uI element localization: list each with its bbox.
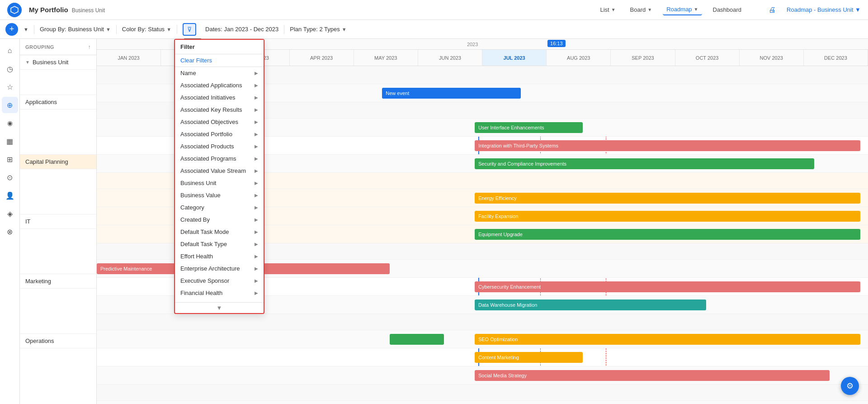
gantt-row-seo: SEO Optimization — [97, 330, 868, 348]
bar-security[interactable]: Security and Compliance Improvements — [475, 158, 814, 169]
top-nav: My Portfolio Business Unit List ▼ Board … — [0, 0, 868, 20]
color-by-dropdown-icon[interactable]: ▼ — [166, 27, 171, 32]
filter-arrow-icon: ▶ — [255, 107, 258, 112]
nav-dashboard-btn[interactable]: Dashboard — [709, 5, 745, 15]
month-dec: DEC 2023 — [804, 50, 868, 66]
plan-type-label: Plan Type: — [290, 26, 317, 33]
bar-integration[interactable]: Integration with Third-Party Systems — [475, 140, 860, 151]
sidebar-icon-objectives[interactable]: ◉ — [2, 115, 18, 131]
filter-item-associated-key-results[interactable]: Associated Key Results▶ — [175, 104, 264, 116]
plan-type-dropdown-icon[interactable]: ▼ — [342, 27, 347, 32]
timeline-year-label: 2023 — [467, 42, 478, 47]
group-item-it[interactable]: IT — [20, 214, 96, 229]
sidebar-icon-people[interactable]: 👤 — [2, 187, 18, 204]
filter-button[interactable]: ⊽ Filter — [183, 23, 196, 36]
filter-arrow-icon: ▶ — [255, 193, 258, 198]
filter-item-default-task-type[interactable]: Default Task Type▶ — [175, 238, 264, 250]
bar-seo-left[interactable] — [390, 334, 443, 345]
sidebar-icon-more[interactable]: ⊗ — [2, 223, 18, 240]
bar-energy[interactable]: Energy Efficiency — [475, 193, 860, 204]
bar-data-warehouse[interactable]: Data Warehouse Migration — [475, 299, 706, 310]
group-item-empty-4 — [20, 229, 96, 274]
filter-item-business-unit[interactable]: Business Unit▶ — [175, 177, 264, 189]
filter-items-list: Name▶ Associated Applications▶ Associate… — [175, 67, 264, 302]
sidebar-icon-home[interactable]: ⌂ — [2, 43, 18, 59]
nav-list-btn[interactable]: List ▼ — [596, 5, 619, 15]
group-item-operations[interactable]: Operations — [20, 334, 96, 348]
month-nov: NOV 2023 — [740, 50, 804, 66]
sidebar-icon-reports[interactable]: ◈ — [2, 205, 18, 222]
filter-item-associated-apps[interactable]: Associated Applications▶ — [175, 79, 264, 91]
gantt-row-operations-header — [97, 385, 868, 401]
business-unit-badge: Business Unit — [72, 7, 105, 14]
filter-clear-btn[interactable]: Clear Filters — [175, 54, 264, 67]
filter-item-name[interactable]: Name▶ — [175, 67, 264, 79]
filter-item-financial-health[interactable]: Financial Health▶ — [175, 287, 264, 299]
help-button[interactable]: ⚙ — [841, 377, 859, 395]
color-by-control: Color By: Status ▼ — [122, 26, 171, 33]
filter-item-associated-initiatives[interactable]: Associated Initiatives▶ — [175, 91, 264, 104]
filter-item-associated-programs[interactable]: Associated Programs▶ — [175, 152, 264, 165]
dates-value[interactable]: Jan 2023 - Dec 2023 — [224, 26, 279, 33]
filter-arrow-icon: ▶ — [255, 229, 258, 234]
filter-item-default-task-mode[interactable]: Default Task Mode▶ — [175, 226, 264, 238]
gantt-row-social: Social Media Strategy — [97, 366, 868, 385]
group-item-marketing[interactable]: Marketing — [20, 274, 96, 289]
nav-board-btn[interactable]: Board ▼ — [627, 5, 656, 15]
bar-content[interactable]: Content Marketing — [475, 352, 583, 363]
nav-roadmap-btn[interactable]: Roadmap ▼ — [663, 4, 702, 15]
sidebar-icon-recent[interactable]: ◷ — [2, 61, 18, 77]
sidebar-icon-favorites[interactable]: ☆ — [2, 79, 18, 95]
bar-new-event[interactable]: New event — [382, 88, 521, 99]
group-chevron-icon: ▼ — [25, 60, 30, 65]
svg-marker-0 — [11, 6, 18, 14]
sidebar-icon-new[interactable]: ⊕ — [2, 97, 18, 113]
filter-scroll-down-btn[interactable]: ▼ — [175, 302, 264, 313]
toolbar-divider-4 — [284, 25, 284, 34]
bar-facility[interactable]: Facility Expansion — [475, 211, 860, 222]
group-by-value[interactable]: Business Unit — [68, 26, 104, 33]
filter-item-effort-health[interactable]: Effort Health▶ — [175, 250, 264, 262]
help-icon: ⚙ — [846, 381, 854, 391]
roadmap-link[interactable]: Roadmap - Business Unit ▼ — [787, 6, 861, 13]
sidebar-icon-global[interactable]: ⊙ — [2, 169, 18, 185]
bar-equipment[interactable]: Equipment Upgrade — [475, 229, 860, 240]
bar-social[interactable]: Social Media Strategy — [475, 370, 830, 381]
portfolio-title[interactable]: My Portfolio — [29, 6, 68, 14]
add-button[interactable]: + — [5, 23, 18, 36]
group-item-capital-planning[interactable]: Capital Planning — [20, 155, 96, 169]
plan-type-value[interactable]: 2 Types — [320, 26, 340, 33]
group-by-dropdown-icon[interactable]: ▼ — [106, 27, 111, 32]
sidebar-icon-boards[interactable]: ▦ — [2, 133, 18, 149]
filter-arrow-icon: ▶ — [255, 119, 258, 124]
filter-item-funding-source[interactable]: Funding Source▶ — [175, 299, 264, 302]
filter-item-exec-sponsor[interactable]: Executive Sponsor▶ — [175, 275, 264, 287]
sidebar-icon-grid[interactable]: ⊞ — [2, 151, 18, 167]
print-icon[interactable]: 🖨 — [769, 6, 776, 14]
filter-arrow-icon: ▶ — [255, 95, 258, 100]
color-by-value[interactable]: Status — [148, 26, 165, 33]
filter-item-created-by[interactable]: Created By▶ — [175, 214, 264, 226]
group-item-business-unit[interactable]: ▼ Business Unit — [20, 55, 96, 70]
month-jan: JAN 2023 — [97, 50, 161, 66]
bar-user-interface[interactable]: User Interface Enhancements — [475, 122, 583, 133]
filter-arrow-icon: ▶ — [255, 144, 258, 149]
roadmap-chevron-icon: ▼ — [694, 7, 698, 12]
filter-item-category[interactable]: Category▶ — [175, 201, 264, 214]
filter-item-enterprise-arch[interactable]: Enterprise Architecture▶ — [175, 262, 264, 275]
sort-icon[interactable]: ↑ — [88, 44, 91, 50]
filter-item-associated-products[interactable]: Associated Products▶ — [175, 140, 264, 152]
filter-item-business-value[interactable]: Business Value▶ — [175, 189, 264, 201]
filter-item-associated-objectives[interactable]: Associated Objectives▶ — [175, 116, 264, 128]
filter-item-associated-portfolio[interactable]: Associated Portfolio▶ — [175, 128, 264, 140]
group-item-applications[interactable]: Applications — [20, 95, 96, 109]
nav-title-area: My Portfolio Business Unit — [29, 6, 105, 14]
bar-seo[interactable]: SEO Optimization — [475, 334, 860, 345]
add-chevron-icon[interactable]: ▼ — [24, 27, 28, 32]
month-jun: JUN 2023 — [418, 50, 482, 66]
month-apr: APR 2023 — [290, 50, 354, 66]
filter-item-associated-value-stream[interactable]: Associated Value Stream▶ — [175, 165, 264, 177]
toolbar-divider-3 — [177, 25, 177, 34]
bar-cybersecurity[interactable]: Cybersecurity Enhancement — [475, 281, 860, 292]
dates-label: Dates: — [205, 26, 222, 33]
